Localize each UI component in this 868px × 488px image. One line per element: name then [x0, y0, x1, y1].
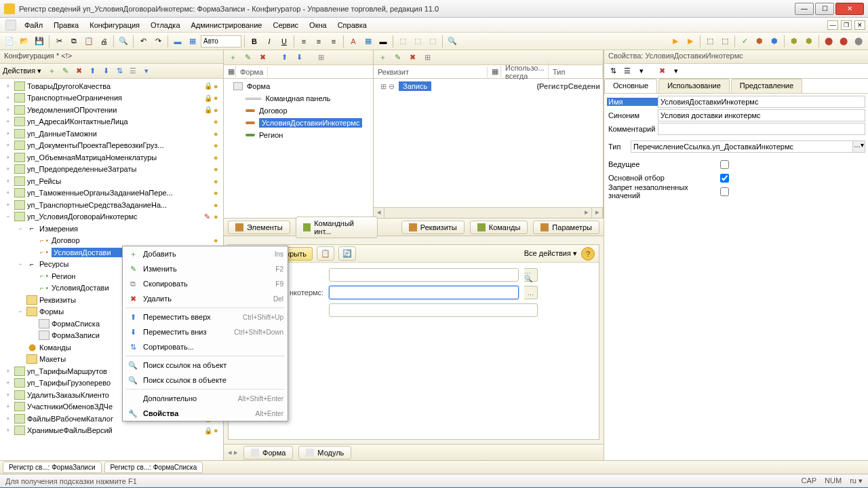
props-icon[interactable]: ☰ [127, 65, 139, 77]
add-icon[interactable]: ＋ [45, 65, 58, 77]
tree-item[interactable]: +ТранспортныеОграничения🔒● [0, 92, 223, 105]
tab-module[interactable]: Модуль [298, 446, 351, 459]
open-button[interactable]: 📂 [18, 35, 31, 48]
tree-item[interactable]: ⌐ •Договор● [0, 235, 223, 247]
toggle-1[interactable]: ⬚ [703, 35, 717, 48]
tree-item[interactable]: +уп_ТранспортныеСредстваЗаданиеНа...● [0, 199, 223, 211]
props-filter-icon[interactable]: ▾ [635, 65, 648, 77]
fe-edit-icon[interactable]: ✎ [241, 52, 254, 64]
field2-picker[interactable]: … [524, 286, 538, 299]
color-a-button[interactable]: A [347, 35, 360, 48]
fe-down-icon[interactable]: ⬇ [293, 52, 305, 64]
app-menu-icon[interactable] [5, 20, 16, 31]
tree-item[interactable]: +уп_ТаможенныеОрганыЗаданиеНаПере...● [0, 187, 223, 200]
tree-item[interactable]: +уп_ДокументыПроектаПеревозкиГруз...● [0, 140, 223, 152]
ctx-Сортировать...[interactable]: ⇅Сортировать... [123, 339, 288, 354]
maximize-button[interactable]: ☐ [815, 3, 834, 15]
tb-2[interactable]: ⬚ [411, 35, 425, 48]
pv-btn-1[interactable]: 📋 [317, 246, 334, 261]
tb-f[interactable]: ⬤ [837, 35, 850, 48]
ctx-Изменить[interactable]: ✎ИзменитьF2 [123, 261, 288, 276]
down-icon[interactable]: ⬇ [100, 65, 112, 77]
filter-icon[interactable]: ▾ [140, 65, 153, 77]
mdi-minimize[interactable]: — [827, 20, 838, 30]
fe-add-icon[interactable]: ＋ [226, 52, 239, 64]
color-bg-button[interactable]: ▦ [361, 35, 375, 48]
ctx-Переместить вниз[interactable]: ⬇Переместить внизCtrl+Shift+Down [123, 324, 288, 339]
toggle-2[interactable]: ⬚ [718, 35, 732, 48]
tree-item[interactable]: +уп_ОбъемнаяМатрицаНоменклатуры● [0, 151, 223, 164]
delete-icon[interactable]: ✖ [73, 65, 85, 77]
form-element[interactable]: Договор [226, 105, 370, 117]
menu-service[interactable]: Сервис [267, 20, 304, 31]
bold-button[interactable]: B [248, 35, 261, 48]
fer-more-icon[interactable]: ⊞ [421, 52, 433, 64]
tree-item[interactable]: +уп_АдресаИКонтактныеЛица● [0, 116, 223, 128]
prop-leading-check[interactable] [720, 160, 729, 169]
fe-del-icon[interactable]: ✖ [256, 52, 269, 64]
align-center-button[interactable]: ≡ [312, 35, 326, 48]
edit-icon[interactable]: ✎ [59, 65, 71, 77]
ctx-Переместить вверх[interactable]: ⬆Переместить вверхCtrl+Shift+Up [123, 309, 288, 324]
tb-d[interactable]: ⬢ [802, 35, 816, 48]
cut-button[interactable]: ✂ [52, 35, 66, 48]
prop-noempty-check[interactable] [720, 187, 729, 196]
sort-icon[interactable]: ⇅ [113, 65, 125, 77]
fe-scrollbar[interactable]: ◂▸▸ [374, 207, 603, 218]
print-button[interactable]: 🖨 [97, 35, 111, 48]
tree-item[interactable]: +уп_ПредопределенныеЗатраты● [0, 164, 223, 176]
menu-help[interactable]: Справка [332, 20, 372, 31]
tb-e[interactable]: ⬤ [822, 35, 835, 48]
syntax-button[interactable]: ✓ [738, 35, 751, 48]
fer-edit-icon[interactable]: ✎ [391, 52, 403, 64]
ctx-Свойства[interactable]: 🔧СвойстваAlt+Enter [123, 406, 288, 421]
tree-item[interactable]: +уп_Рейсы● [0, 175, 223, 187]
fill-button[interactable]: ▬ [171, 35, 184, 48]
form-element[interactable]: УсловияДоставкиИнкотермс [226, 117, 370, 129]
menu-debug[interactable]: Отладка [145, 20, 185, 31]
zoom-button[interactable]: 🔍 [446, 35, 459, 48]
run-button[interactable]: ▶ [669, 35, 682, 48]
all-actions-link[interactable]: Все действия ▾ [524, 249, 577, 258]
props-tab-use[interactable]: Использование [658, 79, 730, 93]
field2-input[interactable] [329, 286, 519, 299]
tb-a[interactable]: ⬢ [753, 35, 766, 48]
pv-btn-2[interactable]: 🔄 [338, 246, 356, 261]
debug-run-button[interactable]: ▶ [684, 35, 697, 48]
ctx-Поиск ссылок в объекте[interactable]: 🔍Поиск ссылок в объекте [123, 373, 288, 388]
tree-item[interactable]: −уп_УсловияДоговораИнкотермс✎● [0, 211, 223, 223]
ctx-Поиск ссылок на объект[interactable]: 🔍Поиск ссылок на объект [123, 358, 288, 373]
tree-item[interactable]: +УведомленияОПрочтении🔒● [0, 104, 223, 116]
font-size-input[interactable] [201, 35, 241, 48]
find-button[interactable]: 🔍 [117, 35, 130, 48]
tb-1[interactable]: ⬚ [396, 35, 410, 48]
align-left-button[interactable]: ≡ [297, 35, 311, 48]
doctab-1[interactable]: Регистр св...: ФормаЗаписи [3, 462, 102, 473]
fer-add-icon[interactable]: ＋ [376, 52, 389, 64]
doctab-2[interactable]: Регистр св...: ФормаСписка [104, 462, 203, 473]
tb-3[interactable]: ⬚ [426, 35, 439, 48]
ctx-Удалить[interactable]: ✖УдалитьDel [123, 291, 288, 306]
tb-b[interactable]: ⬢ [768, 35, 781, 48]
rekv-tree[interactable]: ⊞ ⊖ Запись (РегистрСведени [374, 79, 603, 207]
field3-input[interactable] [329, 303, 538, 317]
menu-config[interactable]: Конфигурация [84, 20, 145, 31]
tree-item[interactable]: +уп_ДанныеТаможни● [0, 128, 223, 140]
props-dd-icon[interactable]: ▾ [670, 65, 682, 77]
tree-item[interactable]: +ТоварыДругогоКачества🔒● [0, 80, 223, 92]
menu-admin[interactable]: Администрирование [186, 20, 268, 31]
tab-rekv[interactable]: Реквизиты [401, 221, 465, 234]
auto-button[interactable]: ▦ [186, 35, 199, 48]
prop-name-input[interactable] [658, 96, 865, 108]
field1-picker[interactable]: …🔍 [524, 268, 538, 282]
form-element[interactable]: Форма [226, 80, 370, 92]
form-element[interactable]: Регион [226, 129, 370, 141]
menu-file[interactable]: Файл [19, 20, 48, 31]
tab-elements[interactable]: Элементы [228, 221, 290, 234]
redo-button[interactable]: ↷ [151, 35, 165, 48]
close-button[interactable]: ✕ [835, 3, 864, 15]
minimize-button[interactable]: — [795, 3, 814, 15]
form-elements-tree[interactable]: Форма═══Командная панельДоговорУсловияДо… [224, 79, 373, 218]
underline-button[interactable]: U [277, 35, 291, 48]
tab-cmds[interactable]: Команды [470, 221, 528, 234]
